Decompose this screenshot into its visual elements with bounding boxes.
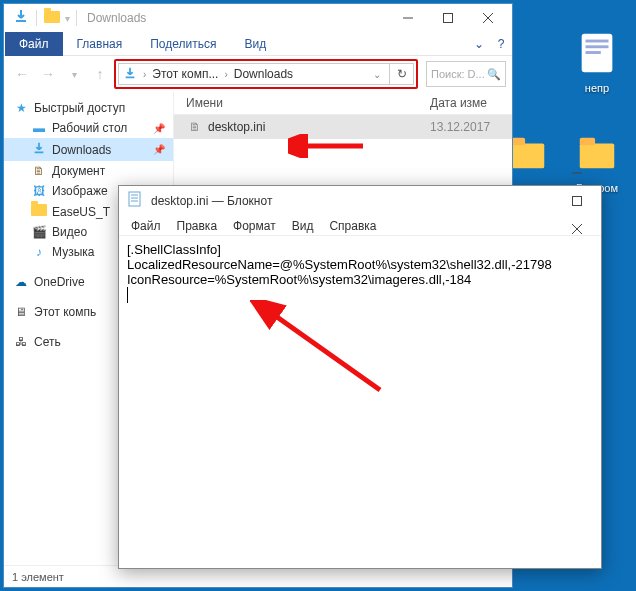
- notepad-menubar: Файл Правка Формат Вид Справка: [119, 216, 601, 236]
- nav-forward-button[interactable]: →: [36, 60, 60, 88]
- folder-icon[interactable]: [41, 9, 63, 27]
- folder-icon: [30, 204, 48, 219]
- desktop-icon-label: непр: [562, 82, 632, 94]
- chevron-right-icon[interactable]: ›: [220, 69, 231, 80]
- tab-home[interactable]: Главная: [63, 32, 137, 56]
- svg-rect-2: [586, 45, 609, 48]
- video-icon: 🎬: [30, 225, 48, 239]
- sidebar-quick-access[interactable]: ★Быстрый доступ: [4, 98, 173, 118]
- svg-rect-4: [510, 143, 545, 168]
- notepad-title: desktop.ini — Блокнот: [151, 194, 557, 208]
- svg-rect-7: [580, 138, 595, 146]
- svg-rect-14: [573, 197, 582, 206]
- notepad-icon: [127, 191, 145, 211]
- window-title: Downloads: [87, 11, 388, 25]
- minimize-button[interactable]: [388, 4, 428, 32]
- pin-icon: 📌: [153, 123, 165, 134]
- notepad-text-area[interactable]: [.ShellClassInfo] LocalizedResourceName=…: [119, 236, 601, 568]
- close-button[interactable]: [468, 4, 508, 32]
- svg-rect-3: [586, 51, 601, 54]
- nav-up-button[interactable]: ↑: [88, 60, 112, 88]
- qat-dropdown-icon[interactable]: ▾: [63, 13, 72, 24]
- nav-back-button[interactable]: ←: [10, 60, 34, 88]
- ribbon-help-icon[interactable]: ?: [490, 37, 512, 51]
- file-name: desktop.ini: [208, 120, 430, 134]
- downloads-icon: [10, 8, 32, 28]
- ini-file-icon: 🗎: [186, 120, 204, 134]
- chevron-right-icon[interactable]: ›: [139, 69, 150, 80]
- pc-icon: 🖥: [12, 305, 30, 319]
- downloads-icon: [30, 141, 48, 158]
- file-row[interactable]: 🗎 desktop.ini 13.12.2017: [174, 115, 512, 139]
- desktop-icon[interactable]: непр: [562, 30, 632, 94]
- search-placeholder: Поиск: D...: [431, 68, 485, 80]
- search-input[interactable]: Поиск: D... 🔍: [426, 61, 506, 87]
- ribbon-expand-icon[interactable]: ⌄: [468, 37, 490, 51]
- sidebar-item-documents[interactable]: 🗎Документ: [4, 161, 173, 181]
- downloads-icon-small: [123, 66, 137, 83]
- text-cursor: [127, 287, 128, 303]
- minimize-button[interactable]: [557, 159, 597, 187]
- explorer-titlebar: ▾ Downloads: [4, 4, 512, 32]
- menu-view[interactable]: Вид: [284, 219, 322, 233]
- breadcrumb-folder[interactable]: Downloads: [232, 67, 295, 81]
- svg-rect-8: [444, 14, 453, 23]
- menu-file[interactable]: Файл: [123, 219, 169, 233]
- svg-rect-10: [129, 192, 140, 206]
- documents-icon: 🗎: [30, 164, 48, 178]
- sidebar-item-desktop[interactable]: ▬Рабочий стол📌: [4, 118, 173, 138]
- notepad-titlebar: desktop.ini — Блокнот: [119, 186, 601, 216]
- column-date[interactable]: Дата изме: [430, 96, 510, 110]
- column-name[interactable]: Имени: [186, 96, 430, 110]
- pictures-icon: 🖼: [30, 184, 48, 198]
- address-bar[interactable]: › Этот комп... › Downloads ⌄: [118, 63, 390, 85]
- pin-icon: 📌: [153, 144, 165, 155]
- status-text: 1 элемент: [12, 571, 64, 583]
- menu-edit[interactable]: Правка: [169, 219, 226, 233]
- svg-rect-1: [586, 40, 609, 43]
- file-date: 13.12.2017: [430, 120, 510, 134]
- menu-help[interactable]: Справка: [321, 219, 384, 233]
- address-bar-highlight: › Этот комп... › Downloads ⌄ ↻: [114, 59, 418, 89]
- maximize-button[interactable]: [428, 4, 468, 32]
- notepad-window: desktop.ini — Блокнот Файл Правка Формат…: [118, 185, 602, 569]
- refresh-button[interactable]: ↻: [390, 63, 414, 85]
- music-icon: ♪: [30, 245, 48, 259]
- notepad-content: [.ShellClassInfo] LocalizedResourceName=…: [127, 242, 552, 287]
- nav-history-dropdown[interactable]: ▾: [62, 60, 86, 88]
- address-row: ← → ▾ ↑ › Этот комп... › Downloads ⌄ ↻ П…: [4, 56, 512, 92]
- network-icon: 🖧: [12, 335, 30, 349]
- address-dropdown-icon[interactable]: ⌄: [369, 69, 385, 80]
- tab-file[interactable]: Файл: [5, 32, 63, 56]
- maximize-button[interactable]: [557, 187, 597, 215]
- menu-format[interactable]: Формат: [225, 219, 284, 233]
- star-icon: ★: [12, 101, 30, 115]
- tab-view[interactable]: Вид: [230, 32, 280, 56]
- onedrive-icon: ☁: [12, 275, 30, 289]
- breadcrumb-root[interactable]: Этот комп...: [150, 67, 220, 81]
- sidebar-item-downloads[interactable]: Downloads📌: [4, 138, 173, 161]
- tab-share[interactable]: Поделиться: [136, 32, 230, 56]
- search-icon: 🔍: [487, 68, 501, 81]
- ribbon-tabs: Файл Главная Поделиться Вид ⌄ ?: [4, 32, 512, 56]
- desktop-icon: ▬: [30, 121, 48, 135]
